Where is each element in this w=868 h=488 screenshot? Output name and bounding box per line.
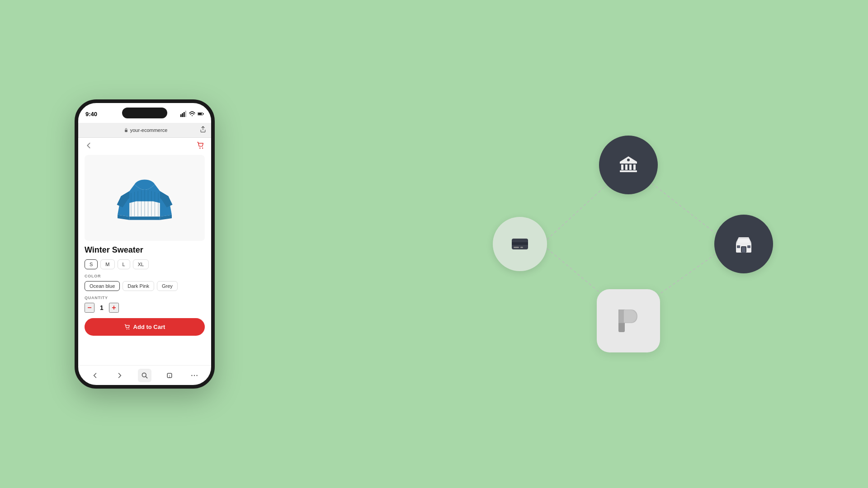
svg-rect-40	[512, 242, 528, 245]
sweater-image	[111, 166, 179, 230]
color-label: COLOR	[85, 274, 205, 278]
status-time: 9:40	[85, 111, 97, 117]
signal-icon	[180, 111, 187, 117]
bank-node	[599, 136, 658, 194]
svg-rect-7	[198, 113, 202, 115]
chevron-left-icon	[85, 141, 93, 150]
color-dark-pink[interactable]: Dark Pink	[123, 281, 154, 291]
svg-rect-46	[737, 245, 740, 248]
svg-point-10	[202, 148, 203, 149]
quantity-row: − 1 +	[85, 303, 205, 313]
share-icon	[199, 126, 207, 133]
product-image	[85, 155, 205, 241]
nav-forward-icon	[116, 372, 123, 379]
color-ocean-blue[interactable]: Ocean blue	[85, 281, 120, 291]
add-to-cart-label: Add to Cart	[133, 324, 165, 330]
size-xl[interactable]: XL	[133, 259, 149, 269]
bank-icon	[617, 154, 640, 176]
phone-mockup: 9:40	[75, 99, 215, 389]
nav-more-icon	[191, 372, 198, 379]
bottom-nav: 1	[78, 365, 211, 385]
browser-url: your-ecommerce	[124, 127, 168, 133]
add-to-cart-button[interactable]: Add to Cart	[85, 318, 205, 336]
browser-bar: your-ecommerce	[78, 123, 211, 138]
logo-icon	[610, 303, 646, 339]
size-l[interactable]: L	[118, 259, 130, 269]
svg-point-21	[128, 328, 129, 329]
svg-rect-6	[203, 113, 203, 115]
svg-rect-37	[620, 170, 637, 172]
store-icon	[732, 233, 755, 255]
nav-row	[78, 138, 211, 155]
svg-rect-45	[742, 247, 745, 253]
share-button[interactable]	[199, 126, 207, 135]
logo-node	[597, 289, 660, 352]
svg-point-20	[126, 328, 127, 329]
phone-shell: 9:40	[75, 99, 215, 389]
svg-rect-42	[520, 247, 523, 248]
diagram-area	[389, 0, 868, 488]
lock-icon	[124, 128, 128, 132]
svg-point-4	[192, 115, 193, 116]
status-icons	[180, 111, 204, 117]
quantity-label: QUANTITY	[85, 296, 205, 300]
svg-point-26	[193, 375, 194, 375]
svg-rect-51	[619, 310, 624, 323]
content-area: Winter Sweater S M L XL COLOR Ocean blue…	[78, 155, 211, 365]
svg-rect-3	[185, 111, 187, 117]
nav-back-icon	[91, 372, 99, 379]
nav-search-icon	[141, 372, 148, 379]
product-name: Winter Sweater	[85, 245, 205, 255]
cart-icon	[197, 141, 205, 150]
credit-card-icon	[510, 234, 530, 254]
dynamic-island	[122, 108, 167, 118]
svg-rect-8	[125, 130, 127, 132]
nav-tab[interactable]: 1	[163, 369, 176, 382]
nav-more[interactable]	[188, 369, 201, 382]
battery-icon	[198, 111, 204, 117]
svg-rect-1	[182, 113, 184, 117]
size-s[interactable]: S	[85, 259, 98, 269]
svg-rect-36	[633, 164, 636, 170]
svg-rect-34	[625, 164, 627, 170]
nav-back[interactable]	[88, 369, 102, 382]
color-selector: Ocean blue Dark Pink Grey	[85, 281, 205, 291]
cart-btn-icon	[124, 324, 131, 330]
size-selector: S M L XL	[85, 259, 205, 269]
svg-rect-41	[514, 247, 519, 248]
svg-text:1: 1	[169, 374, 170, 377]
wifi-icon	[189, 111, 195, 117]
card-node	[493, 217, 547, 271]
nav-forward[interactable]	[113, 369, 127, 382]
svg-rect-2	[184, 112, 185, 117]
qty-value: 1	[100, 304, 104, 311]
back-button[interactable]	[85, 141, 93, 151]
nav-search[interactable]	[138, 369, 151, 382]
diagram-container	[470, 108, 787, 380]
qty-increase[interactable]: +	[109, 303, 119, 313]
cart-button[interactable]	[197, 141, 205, 151]
svg-rect-48	[738, 239, 750, 243]
svg-rect-0	[180, 114, 182, 117]
svg-point-27	[196, 375, 197, 375]
svg-rect-35	[629, 164, 632, 170]
svg-rect-33	[621, 164, 623, 170]
url-text: your-ecommerce	[130, 127, 168, 133]
qty-decrease[interactable]: −	[85, 303, 94, 313]
size-m[interactable]: M	[100, 259, 114, 269]
color-grey[interactable]: Grey	[157, 281, 178, 291]
store-node	[714, 215, 773, 273]
svg-point-9	[199, 148, 200, 149]
nav-tab-icon: 1	[166, 372, 173, 379]
svg-rect-47	[747, 245, 750, 248]
svg-point-38	[627, 159, 630, 161]
svg-point-25	[191, 375, 192, 375]
